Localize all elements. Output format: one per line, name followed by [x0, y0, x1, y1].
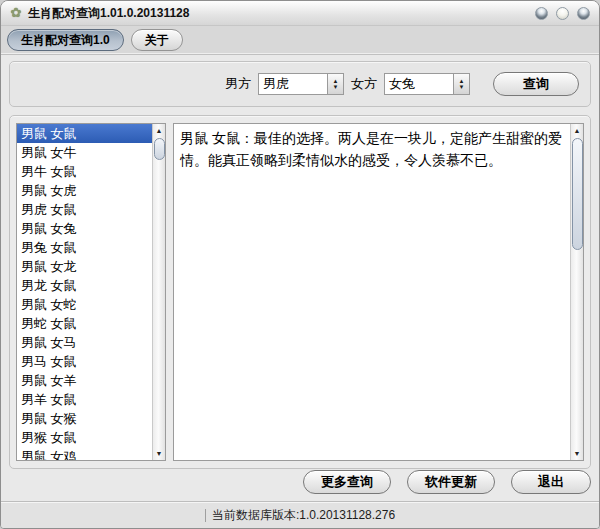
- list-scroll-down-icon[interactable]: ▼: [153, 447, 165, 460]
- query-panel: 男方 男虎 ▲▼ 女方 女兔 ▲▼ 查询: [9, 61, 591, 107]
- male-spinner-up-down-icon[interactable]: ▲▼: [327, 74, 343, 94]
- list-item[interactable]: 男鼠 女虎: [17, 181, 152, 200]
- list-item[interactable]: 男鼠 女猴: [17, 409, 152, 428]
- statusbar: 当前数据库版本:1.0.20131128.276: [1, 501, 599, 528]
- maximize-button[interactable]: [556, 7, 569, 20]
- male-label: 男方: [225, 75, 251, 93]
- list-item[interactable]: 男鼠 女兔: [17, 219, 152, 238]
- titlebar: ✿ 生肖配对查询1.01.0.20131128: [1, 1, 599, 26]
- tab-strip: 生肖配对查询1.0 关于: [1, 26, 599, 55]
- result-scrollbar[interactable]: ▲ ▼: [570, 124, 583, 460]
- more-query-button[interactable]: 更多查询: [303, 470, 391, 494]
- list-item[interactable]: 男兔 女鼠: [17, 238, 152, 257]
- result-scroll-down-icon[interactable]: ▼: [571, 447, 583, 460]
- statusbar-divider: [205, 509, 206, 522]
- female-label: 女方: [351, 75, 377, 93]
- window-controls: [535, 7, 590, 20]
- list-item[interactable]: 男鼠 女马: [17, 333, 152, 352]
- db-version-text: 当前数据库版本:1.0.20131128.276: [212, 507, 395, 524]
- app-window: ✿ 生肖配对查询1.01.0.20131128 生肖配对查询1.0 关于 男方 …: [0, 0, 600, 529]
- female-select-value: 女兔: [385, 75, 453, 93]
- list-item[interactable]: 男鼠 女羊: [17, 371, 152, 390]
- exit-button[interactable]: 退出: [511, 470, 591, 494]
- footer-buttons: 更多查询 软件更新 退出: [9, 469, 591, 501]
- software-update-button[interactable]: 软件更新: [407, 470, 495, 494]
- result-textbox[interactable]: 男鼠 女鼠：最佳的选择。两人是在一块儿，定能产生甜蜜的爱情。能真正领略到柔情似水…: [173, 123, 584, 461]
- window-title: 生肖配对查询1.01.0.20131128: [28, 5, 189, 22]
- list-item[interactable]: 男羊 女鼠: [17, 390, 152, 409]
- search-button[interactable]: 查询: [493, 72, 579, 96]
- list-item[interactable]: 男鼠 女鸡: [17, 447, 152, 460]
- list-item[interactable]: 男鼠 女龙: [17, 257, 152, 276]
- female-spinner-up-down-icon[interactable]: ▲▼: [453, 74, 469, 94]
- main-panel: 男鼠 女鼠男鼠 女牛男牛 女鼠男鼠 女虎男虎 女鼠男鼠 女兔男兔 女鼠男鼠 女龙…: [9, 115, 591, 469]
- list-item[interactable]: 男蛇 女鼠: [17, 314, 152, 333]
- list-scrollbar[interactable]: ▲ ▼: [152, 124, 165, 460]
- list-scroll-up-icon[interactable]: ▲: [153, 124, 165, 137]
- list-item[interactable]: 男虎 女鼠: [17, 200, 152, 219]
- result-scroll-up-icon[interactable]: ▲: [571, 124, 583, 137]
- app-flower-icon: ✿: [8, 5, 24, 21]
- tab-about[interactable]: 关于: [131, 29, 183, 51]
- list-item[interactable]: 男猴 女鼠: [17, 428, 152, 447]
- list-item[interactable]: 男鼠 女鼠: [17, 124, 152, 143]
- minimize-button[interactable]: [535, 7, 548, 20]
- pair-listbox[interactable]: 男鼠 女鼠男鼠 女牛男牛 女鼠男鼠 女虎男虎 女鼠男鼠 女兔男兔 女鼠男鼠 女龙…: [16, 123, 166, 461]
- male-select-value: 男虎: [259, 75, 327, 93]
- result-scrollbar-thumb[interactable]: [572, 138, 583, 250]
- list-item[interactable]: 男鼠 女蛇: [17, 295, 152, 314]
- male-select[interactable]: 男虎 ▲▼: [258, 73, 344, 95]
- list-item[interactable]: 男龙 女鼠: [17, 276, 152, 295]
- list-item[interactable]: 男鼠 女牛: [17, 143, 152, 162]
- result-text: 男鼠 女鼠：最佳的选择。两人是在一块儿，定能产生甜蜜的爱情。能真正领略到柔情似水…: [174, 124, 570, 460]
- pair-list: 男鼠 女鼠男鼠 女牛男牛 女鼠男鼠 女虎男虎 女鼠男鼠 女兔男兔 女鼠男鼠 女龙…: [17, 124, 152, 460]
- list-item[interactable]: 男马 女鼠: [17, 352, 152, 371]
- list-scrollbar-thumb[interactable]: [154, 138, 165, 160]
- window-body: 男方 男虎 ▲▼ 女方 女兔 ▲▼ 查询 男鼠 女鼠男鼠 女牛男牛 女鼠男鼠 女…: [1, 55, 599, 501]
- list-item[interactable]: 男牛 女鼠: [17, 162, 152, 181]
- female-select[interactable]: 女兔 ▲▼: [384, 73, 470, 95]
- tab-zodiac-query[interactable]: 生肖配对查询1.0: [7, 29, 124, 51]
- close-button[interactable]: [577, 7, 590, 20]
